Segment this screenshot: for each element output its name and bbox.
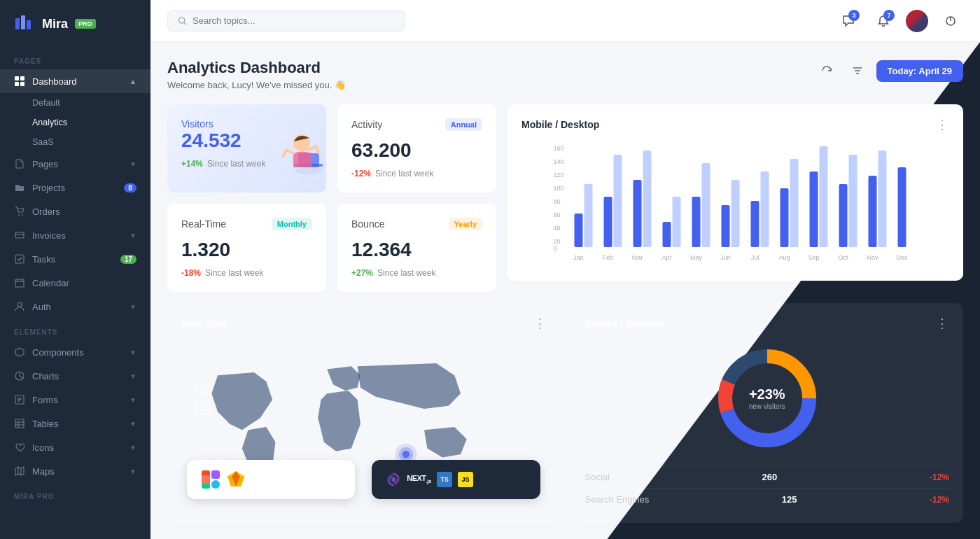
sidebar-sub-default[interactable]: Default xyxy=(0,93,150,113)
sketch-icon xyxy=(226,470,246,489)
bounce-card: Bounce Yearly 12.364 +27% Since last wee… xyxy=(337,204,496,292)
sidebar-item-tables[interactable]: Tables ▼ xyxy=(0,412,150,435)
sidebar-item-projects[interactable]: Projects 8 xyxy=(0,176,150,200)
activity-badge: Annual xyxy=(445,118,482,131)
svg-text:Jun: Jun xyxy=(720,254,731,261)
svg-rect-4 xyxy=(20,76,24,80)
chart-menu-btn[interactable]: ⋮ xyxy=(936,117,949,132)
svg-rect-61 xyxy=(761,172,769,247)
realtime-card-header: Real-Time Monthly xyxy=(181,218,312,230)
sidebar-sub-analytics[interactable]: Analytics xyxy=(0,113,150,132)
bounce-value: 12.364 xyxy=(351,239,482,261)
javascript-badge: JS xyxy=(458,472,473,487)
icons-label: Icons xyxy=(32,442,54,453)
svg-rect-63 xyxy=(790,159,799,247)
notifications-chat-btn[interactable]: 3 xyxy=(836,8,861,34)
svg-text:Jan: Jan xyxy=(573,254,584,261)
svg-rect-54 xyxy=(663,222,671,247)
notifications-bell-btn[interactable]: 7 xyxy=(871,8,896,34)
mobile-desktop-chart-card: Mobile / Desktop ⋮ 160 140 120 100 80 60 xyxy=(507,104,963,281)
svg-rect-0 xyxy=(15,18,20,29)
main-area: 3 7 xyxy=(150,0,980,539)
dashboard-label: Dashboard xyxy=(32,76,77,87)
chat-badge: 3 xyxy=(848,10,860,21)
svg-rect-88 xyxy=(211,470,220,479)
heart-icon xyxy=(14,442,25,453)
power-btn[interactable] xyxy=(938,8,963,34)
sidebar-item-auth[interactable]: Auth ▼ xyxy=(0,295,150,318)
svg-point-35 xyxy=(295,167,323,174)
svg-rect-57 xyxy=(702,163,710,247)
donut-area: +23% new visitors xyxy=(585,342,950,454)
sidebar-item-calendar[interactable]: Calendar xyxy=(0,271,150,295)
header-actions: 3 7 xyxy=(836,8,963,34)
logo-area[interactable]: Mira PRO xyxy=(0,0,150,48)
figma-icon xyxy=(201,470,220,489)
sidebar-item-components[interactable]: Components ▼ xyxy=(0,340,150,364)
sidebar-item-pages[interactable]: Pages ▼ xyxy=(0,152,150,176)
sidebar-item-tasks[interactable]: Tasks 17 xyxy=(0,247,150,271)
sidebar-item-dashboard[interactable]: Dashboard ▲ xyxy=(0,69,150,93)
chevron-up-icon: ▲ xyxy=(130,78,136,85)
activity-card: Activity Annual 63.200 -12% Since last w… xyxy=(337,104,496,192)
svg-text:Feb: Feb xyxy=(603,254,614,261)
search-box[interactable] xyxy=(167,10,405,31)
realtime-card: Real-Time Monthly 1.320 -18% Since last … xyxy=(167,204,326,292)
activity-change-label: Since last week xyxy=(375,169,433,178)
search-input[interactable] xyxy=(192,15,395,26)
forms-label: Forms xyxy=(32,395,58,405)
form-icon xyxy=(14,394,25,405)
sidebar-item-icons[interactable]: Icons ▼ xyxy=(0,435,150,459)
sidebar-item-charts[interactable]: Charts ▼ xyxy=(0,364,150,388)
svg-text:Jul: Jul xyxy=(751,254,760,261)
svg-rect-6 xyxy=(20,82,24,86)
refresh-btn[interactable] xyxy=(815,59,839,83)
svg-rect-50 xyxy=(604,197,612,247)
svg-text:Nov: Nov xyxy=(867,254,878,261)
power-icon xyxy=(944,15,957,27)
svg-rect-53 xyxy=(643,150,652,247)
map-container: + − xyxy=(181,341,546,498)
source-row-social: Social 260 -12% xyxy=(585,465,950,488)
activity-value: 63.200 xyxy=(351,139,482,162)
svg-rect-49 xyxy=(584,184,593,247)
calendar-icon xyxy=(14,277,25,288)
sidebar-item-invoices[interactable]: Invoices ▼ xyxy=(0,223,150,247)
charts-label: Charts xyxy=(32,371,59,382)
sidebar-sub-saas[interactable]: SaaS xyxy=(0,132,150,152)
redux-icon xyxy=(386,472,401,487)
visitors-card: Visitors xyxy=(167,104,326,192)
source-search-count: 125 xyxy=(782,494,797,505)
map-zoom-in-btn[interactable]: + xyxy=(195,383,211,398)
filter-btn[interactable] xyxy=(846,59,869,83)
language-flag[interactable] xyxy=(906,10,928,32)
map-menu-btn[interactable]: ⋮ xyxy=(533,316,546,331)
sidebar-item-maps[interactable]: Maps ▼ xyxy=(0,459,150,483)
logo-text: Mira xyxy=(42,17,68,31)
source-social-name: Social xyxy=(585,472,610,482)
svg-text:Sep: Sep xyxy=(808,254,819,261)
svg-rect-60 xyxy=(751,201,760,247)
pro-badge: PRO xyxy=(75,19,96,29)
today-btn[interactable]: Today: April 29 xyxy=(876,60,963,82)
source-search-name: Search Engines xyxy=(585,494,650,505)
sidebar-item-orders[interactable]: Orders xyxy=(0,200,150,223)
brand-logo-card-figma-sketch xyxy=(187,460,355,499)
map-zoom-out-btn[interactable]: − xyxy=(195,400,211,415)
sidebar-item-forms[interactable]: Forms ▼ xyxy=(0,388,150,412)
svg-rect-65 xyxy=(820,146,828,247)
svg-rect-64 xyxy=(810,172,818,247)
invoices-label: Invoices xyxy=(32,230,66,241)
refresh-icon xyxy=(821,65,832,76)
map-card-header: Real-Time ⋮ xyxy=(181,316,546,331)
source-menu-btn[interactable]: ⋮ xyxy=(936,316,949,331)
section-label-mira-pro: MIRA PRO xyxy=(0,483,150,505)
svg-rect-22 xyxy=(15,419,24,428)
card-icon xyxy=(14,230,25,241)
check-icon xyxy=(14,253,25,265)
chevron-down-icon-5: ▼ xyxy=(130,372,136,380)
chevron-down-icon-2: ▼ xyxy=(130,232,136,239)
bounce-title: Bounce xyxy=(351,218,384,230)
visitors-change: +14% xyxy=(181,159,203,169)
svg-text:80: 80 xyxy=(554,198,561,205)
